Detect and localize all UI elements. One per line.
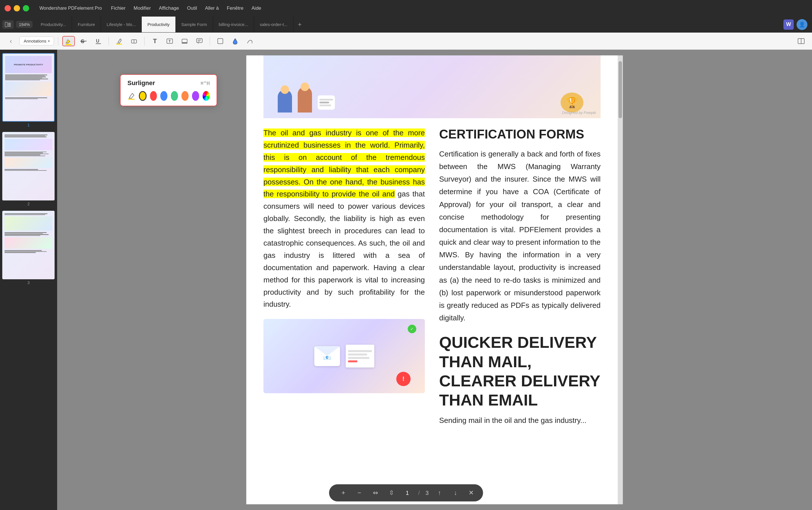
svg-rect-0 [5,22,7,27]
svg-rect-13 [182,39,187,42]
menu-affichage[interactable]: Affichage [155,4,182,12]
next-page-button[interactable]: ↓ [450,488,461,498]
sidebar-toggle-button[interactable] [2,20,14,29]
color-rainbow-button[interactable] [203,91,210,101]
fill-color-button[interactable] [113,36,125,46]
zoom-out-button[interactable]: − [354,488,365,498]
page-thumbnails-sidebar: PROMOTE PRODUCTIVITY [0,50,57,510]
underline-tool-button[interactable]: U [92,36,105,46]
two-column-layout: The oil and gas industry is one of the m… [263,127,601,427]
color-blue-button[interactable] [160,91,168,101]
shape-tool-button[interactable] [214,36,227,46]
menu-bar: Fichier Modifier Affichage Outil Aller à… [108,4,265,12]
certification-heading: CERTIFICATION FORMS [439,127,601,142]
page-header-illustration: 🏆 Designed by Freepik [263,55,601,118]
main-layout: PROMOTE PRODUCTIVITY [0,50,812,510]
delivery-heading: QUICKER DELIVERY THAN MAIL, CLEARER DELI… [439,333,601,410]
menu-aide[interactable]: Aide [248,4,265,12]
svg-rect-2 [8,24,11,25]
page-num-3: 3 [2,280,55,285]
svg-rect-15 [197,38,202,42]
split-view-button[interactable] [795,36,807,46]
menu-fenetre[interactable]: Fenêtre [224,4,247,12]
annotations-dropdown-button[interactable]: Annotations ▾ [20,36,54,46]
tab-lifestyle[interactable]: Lifestyle - Mo... [101,17,142,32]
new-tab-button[interactable]: + [293,21,306,28]
highlight-color-popup: Surligner ⌘^H [120,74,217,106]
vertical-scrollbar[interactable] [618,55,623,504]
prev-page-button[interactable]: ↑ [434,488,444,498]
text-tool-button[interactable]: T [149,36,161,46]
draw-tool-button[interactable] [244,36,256,46]
zoom-level-button[interactable]: 194% [16,21,33,28]
menu-fichier[interactable]: Fichier [108,4,129,12]
svg-rect-8 [116,44,122,44]
document-content-area[interactable]: 🏆 Designed by Freepik The oil and gas in… [57,50,812,510]
window-controls: 194% [2,20,33,29]
color-purple-button[interactable] [192,91,199,101]
erase-tool-button[interactable] [128,36,140,46]
close-window-button[interactable] [5,5,11,11]
tab-productivity-1[interactable]: Productivity... [35,17,72,32]
menu-outil[interactable]: Outil [184,4,201,12]
back-button[interactable]: ‹ [5,36,17,46]
thumb-container-3 [2,211,55,279]
minimize-window-button[interactable] [14,5,20,11]
svg-rect-3 [8,26,11,27]
maximize-window-button[interactable] [23,5,29,11]
user-profile-icon[interactable]: 👤 [796,19,807,30]
toolbar-separator-1 [58,37,58,46]
fit-page-button[interactable]: ⇳ [386,488,397,498]
annotation-toolbar: ‹ Annotations ▾ S U [0,33,812,50]
tab-billing-invoice[interactable]: billing-invoice... [213,17,254,32]
right-column: CERTIFICATION FORMS Certification is gen… [439,127,601,427]
normal-paragraph: gas that consumers will need to power va… [263,190,425,308]
close-nav-button[interactable]: ✕ [469,489,474,497]
thumb-inner-1: PROMOTE PRODUCTIVITY [3,54,54,121]
svg-rect-1 [8,23,11,24]
color-fill-button[interactable] [229,36,241,46]
highlight-tool-button[interactable] [62,36,75,46]
pdf-page: 🏆 Designed by Freepik The oil and gas in… [246,55,618,504]
total-pages-label: 3 [426,490,429,496]
highlighted-paragraph: The oil and gas industry is one of the m… [263,128,425,198]
color-orange-button[interactable] [181,91,188,101]
comment-button[interactable] [193,36,206,46]
scrollbar-thumb[interactable] [618,61,622,118]
certification-body-text: Certification is generally a back and fo… [439,148,601,324]
tab-furniture[interactable]: Furniture [72,17,101,32]
menu-aller-a[interactable]: Aller à [202,4,222,12]
popup-title-text: Surligner [127,80,155,87]
svg-rect-18 [218,38,223,44]
color-picker-row [127,91,210,101]
tab-sample-form[interactable]: Sample Form [176,17,213,32]
text-box-button[interactable]: T [164,36,176,46]
color-green-button[interactable] [171,91,178,101]
strikethrough-tool-button[interactable]: S [77,36,90,46]
color-yellow-button[interactable] [139,91,147,101]
traffic-lights [5,5,29,11]
toolbar-separator-4 [210,37,210,46]
thumb-inner-2 [2,132,55,201]
delivery-subtext: Sending mail in the oil and the gas indu… [439,414,601,427]
tab-productivity-active[interactable]: Productivity [142,17,176,32]
menu-modifier[interactable]: Modifier [130,4,154,12]
tab-sales-order[interactable]: sales-order-t... [254,17,293,32]
fit-width-button[interactable]: ⇔ [370,488,381,498]
color-bucket-icon[interactable] [127,91,136,101]
titlebar: Wondershare PDFelement Pro Fichier Modif… [0,0,812,17]
app-icon: W [783,20,794,30]
page-thumbnail-3[interactable]: 3 [2,211,55,285]
page-separator: / [418,490,420,496]
page-num-2: 2 [2,202,55,206]
svg-rect-21 [128,99,135,100]
page-thumbnail-2[interactable]: 2 [2,132,55,206]
stamp-button[interactable] [178,36,191,46]
toolbar-separator-3 [144,37,145,46]
page-thumbnail-1[interactable]: PROMOTE PRODUCTIVITY [2,53,55,127]
app-name-label: Wondershare PDFelement Pro [39,6,102,11]
zoom-in-button[interactable]: + [338,488,349,498]
current-page-input[interactable] [402,490,412,496]
color-red-button[interactable] [150,91,157,101]
svg-text:U: U [96,38,99,43]
